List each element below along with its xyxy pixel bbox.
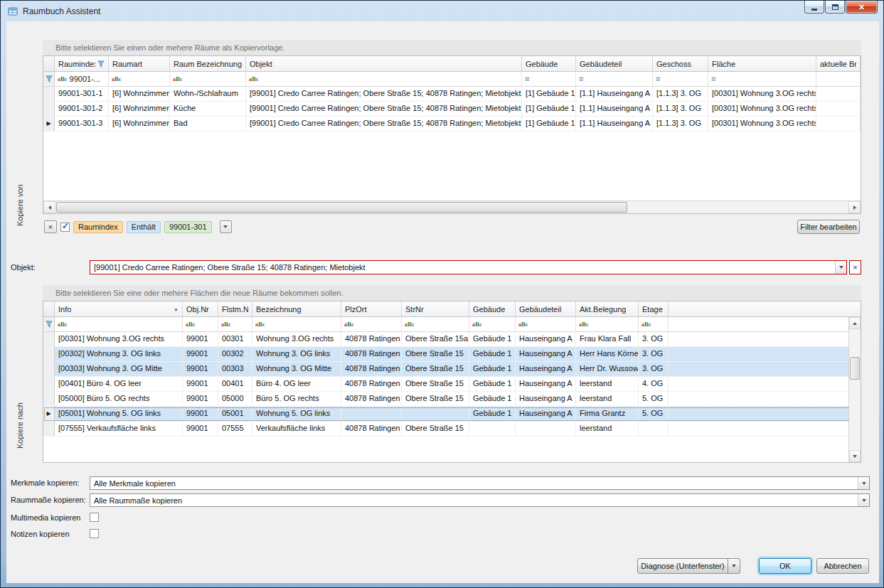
grid-cell[interactable]: 07555 (218, 422, 252, 436)
merkmale-kopieren-combobox[interactable]: Alle Merkmale kopieren (90, 476, 870, 490)
filter-cell[interactable]: aBc (183, 317, 218, 331)
grid-cell[interactable]: 99001-301-1 (55, 87, 109, 101)
horizontal-scrollbar[interactable] (43, 201, 861, 213)
grid-cell[interactable]: Hauseingang A (516, 332, 576, 346)
column-header[interactable]: Akt.Belegung (576, 301, 639, 316)
vertical-scroll-thumb[interactable] (850, 357, 860, 380)
vertical-scroll-track[interactable] (849, 329, 861, 450)
grid-cell[interactable]: Frau Klara Fall (576, 332, 639, 346)
filter-cell[interactable]: aBc (170, 72, 246, 86)
grid-cell[interactable]: 5. OG (639, 407, 669, 421)
table-row[interactable]: [07555] Verkaufsfläche links9900107555Ve… (43, 422, 861, 437)
grid-cell[interactable]: 00302 (218, 347, 252, 361)
grid-cell[interactable]: Wohnung 5. OG links (252, 407, 341, 421)
grid-cell[interactable]: Gebäude 1 (469, 332, 516, 346)
grid-cell[interactable] (402, 407, 469, 421)
horizontal-scroll-thumb[interactable] (56, 202, 627, 213)
horizontal-scroll-track[interactable] (55, 201, 848, 213)
raummasse-dropdown-button[interactable] (858, 494, 869, 506)
grid-cell[interactable]: [1.1.3] 3. OG (653, 102, 708, 116)
grid-cell[interactable] (816, 87, 861, 101)
column-header[interactable]: Objekt (246, 56, 522, 71)
grid-cell[interactable]: Wohnung 3. OG links (252, 347, 341, 361)
grid-cell[interactable]: 05000 (218, 392, 252, 406)
minimize-button[interactable] (804, 1, 824, 14)
grid-cell[interactable]: 40878 Ratingen (341, 347, 402, 361)
grid-cell[interactable]: 99001 (183, 422, 218, 436)
grid-cell[interactable]: Büro 4. OG leer (252, 377, 341, 391)
filter-cell[interactable]: aBc (469, 317, 516, 331)
grid-cell[interactable]: [6] Wohnzimmer (109, 117, 170, 131)
close-button[interactable]: × (846, 1, 878, 14)
objekt-clear-button[interactable]: × (849, 260, 861, 274)
grid-cell[interactable]: [1] Gebäude 1 (522, 117, 576, 131)
multimedia-kopieren-checkbox[interactable] (90, 513, 99, 522)
grid-cell[interactable]: [1.1.3] 3. OG (653, 117, 708, 131)
grid-cell[interactable]: Firma Grantz (576, 407, 639, 421)
grid-cell[interactable]: 00401 (218, 377, 252, 391)
grid-cell[interactable]: 99001 (183, 362, 218, 376)
grid-cell[interactable]: [6] Wohnzimmer (109, 102, 170, 116)
grid-cell[interactable]: [07555] Verkaufsfläche links (55, 422, 183, 436)
filter-field-chip[interactable]: Raumindex (73, 221, 123, 233)
grid-cell[interactable]: Wohn-/Schlafraum (170, 87, 246, 101)
grid-cell[interactable]: Obere Straße 15 (402, 422, 469, 436)
grid-cell[interactable]: Herr Dr. Wussow (576, 362, 639, 376)
grid-cell[interactable]: [99001] Credo Carree Ratingen; Obere Str… (246, 102, 522, 116)
filter-cell[interactable]: aBc (252, 317, 341, 331)
grid-cell[interactable]: 3. OG (639, 332, 669, 346)
column-header[interactable]: Gebäudeteil (516, 301, 576, 316)
filter-cell[interactable]: = (522, 72, 576, 86)
grid-cell[interactable]: leerstand (576, 422, 639, 436)
grid-cell[interactable]: Gebäude 1 (469, 407, 516, 421)
filter-cell[interactable]: aBc (341, 317, 402, 331)
grid-cell[interactable]: 99001 (183, 392, 218, 406)
column-header[interactable]: StrNr (402, 301, 469, 316)
grid-cell[interactable]: Bad (170, 117, 246, 131)
grid-cell[interactable] (816, 117, 861, 131)
grid-cell[interactable]: 99001 (183, 377, 218, 391)
grid-cell[interactable]: Hauseingang A (516, 392, 576, 406)
grid-cell[interactable]: Hauseingang A (516, 377, 576, 391)
grid-cell[interactable]: 05001 (218, 407, 252, 421)
vertical-scrollbar[interactable] (848, 317, 861, 462)
grid-cell[interactable]: [1] Gebäude 1 (522, 87, 576, 101)
grid-cell[interactable]: Obere Straße 15 (402, 347, 469, 361)
filter-cell[interactable]: aBc (218, 317, 252, 331)
grid-cell[interactable]: [00301] Wohnung 3.OG rechts (708, 87, 816, 101)
grid-cell[interactable]: 99001 (183, 407, 218, 421)
grid-cell[interactable]: 00301 (218, 332, 252, 346)
filter-cell[interactable]: = (708, 72, 816, 86)
grid-cell[interactable]: [05001] Wohnung 5. OG links (55, 407, 183, 421)
grid-cell[interactable]: 40878 Ratingen (341, 377, 402, 391)
grid-cell[interactable]: 00303 (218, 362, 252, 376)
column-header[interactable]: Raum Bezeichnung (170, 56, 246, 71)
filter-operator-chip[interactable]: Enthält (127, 221, 161, 233)
grid-cell[interactable]: [99001] Credo Carree Ratingen; Obere Str… (246, 87, 522, 101)
grid-cell[interactable]: leerstand (576, 392, 639, 406)
grid-cell[interactable]: [6] Wohnzimmer (109, 87, 170, 101)
grid-cell[interactable]: [00301] Wohnung 3.OG rechts (708, 102, 816, 116)
column-header[interactable]: Geschoss (653, 56, 708, 71)
grid-cell[interactable]: 99001-301-2 (55, 102, 109, 116)
grid-cell[interactable]: 40878 Ratingen (341, 332, 402, 346)
grid-cell[interactable] (469, 422, 516, 436)
table-row[interactable]: [00401] Büro 4. OG leer9900100401Büro 4.… (43, 377, 861, 392)
grid-cell[interactable]: Obere Straße 15 (402, 362, 469, 376)
column-header[interactable]: Gebäudeteil (576, 56, 653, 71)
grid-cell[interactable]: 3. OG (639, 362, 669, 376)
grid-cell[interactable]: Verkaufsfläche links (252, 422, 341, 436)
table-row[interactable]: ▶[05001] Wohnung 5. OG links9900105001Wo… (43, 407, 861, 422)
maximize-button[interactable] (825, 1, 845, 14)
grid-cell[interactable]: [00401] Büro 4. OG leer (55, 377, 183, 391)
grid-cell[interactable]: [00301] Wohnung 3.OG rechts (55, 332, 183, 346)
grid-cell[interactable]: 99001 (183, 332, 218, 346)
column-header[interactable]: Gebäude (469, 301, 516, 316)
grid-cell[interactable]: leerstand (576, 377, 639, 391)
filter-cell[interactable]: = (653, 72, 708, 86)
raummasse-kopieren-combobox[interactable]: Alle Raummaße kopieren (90, 493, 870, 507)
table-row[interactable]: 99001-301-1[6] WohnzimmerWohn-/Schlafrau… (43, 87, 861, 102)
ok-button[interactable]: OK (759, 558, 811, 574)
table-row[interactable]: [00303] Wohnung 3. OG Mitte9900100303Woh… (43, 362, 861, 377)
table-row[interactable]: ▶99001-301-3[6] WohnzimmerBad[99001] Cre… (43, 117, 861, 132)
